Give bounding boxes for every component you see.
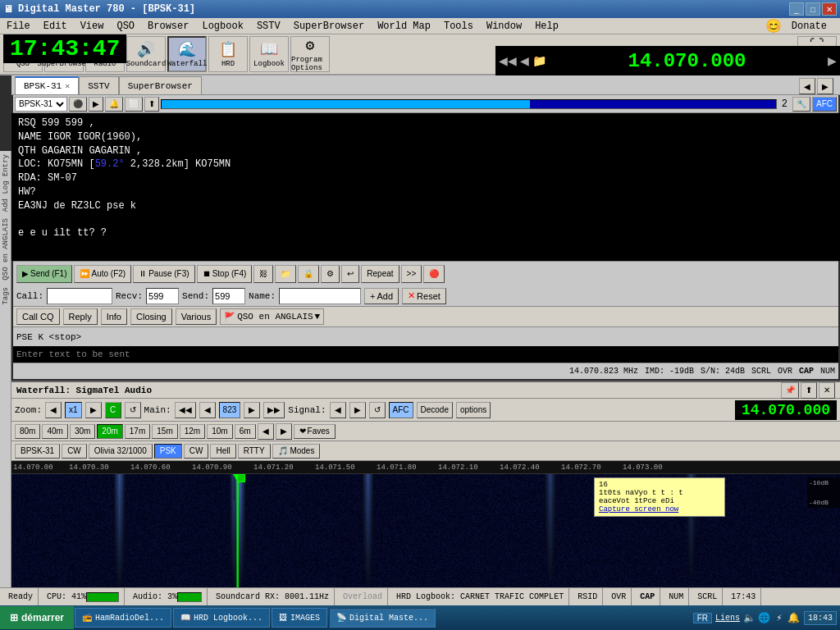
- decode-btn[interactable]: Decode: [417, 402, 453, 418]
- wf-pin-btn[interactable]: 📌: [781, 382, 799, 399]
- band-prev-btn[interactable]: ◀: [258, 423, 274, 440]
- start-button[interactable]: ⊞ démarrer: [0, 606, 74, 629]
- band-12m[interactable]: 12m: [180, 424, 205, 439]
- menu-superbrowser[interactable]: SuperBrowser: [287, 19, 371, 34]
- send-area[interactable]: Enter text to be sent: [13, 346, 838, 363]
- taskbar-item-0[interactable]: 📻 HamRadioDel...: [75, 608, 171, 628]
- maximize-btn[interactable]: □: [806, 2, 820, 16]
- send-input[interactable]: [212, 288, 245, 304]
- signal-right-btn[interactable]: ▶: [349, 402, 366, 418]
- refresh-btn[interactable]: ↩: [341, 265, 359, 283]
- inner-wrench-btn[interactable]: 🔧: [792, 97, 810, 112]
- qso-dropdown[interactable]: 🚩 QSO en ANGLAIS ▼: [220, 308, 324, 325]
- afc-wf-btn[interactable]: AFC: [389, 402, 413, 418]
- pause-btn[interactable]: ⏸ Pause (F3): [133, 265, 194, 283]
- tooltip-action[interactable]: Capture screen now: [599, 505, 720, 514]
- band-10m[interactable]: 10m: [207, 424, 232, 439]
- main-back-btn[interactable]: ◀: [199, 402, 216, 418]
- info-btn[interactable]: Info: [101, 308, 127, 325]
- inner-export-btn[interactable]: ⬆: [144, 97, 159, 112]
- inner-window-btn[interactable]: ⬜: [125, 97, 143, 112]
- waterfall-toolbar-btn[interactable]: 🌊 Waterfall: [167, 36, 207, 72]
- auto-btn[interactable]: ⏩ Auto (F2): [74, 265, 131, 283]
- band-17m[interactable]: 17m: [125, 424, 150, 439]
- minimize-btn[interactable]: _: [789, 2, 804, 16]
- expand-btn[interactable]: >>: [401, 265, 422, 283]
- options-btn[interactable]: options: [456, 402, 491, 418]
- record-btn[interactable]: 🔴: [423, 265, 445, 283]
- signal-left-btn[interactable]: ◀: [330, 402, 346, 418]
- menu-sstv[interactable]: SSTV: [250, 19, 287, 34]
- wf-close-btn[interactable]: ✕: [819, 382, 835, 399]
- band-40m[interactable]: 40m: [42, 424, 67, 439]
- inner-rec-btn[interactable]: ⚫: [69, 97, 87, 112]
- mode-cw2[interactable]: CW: [184, 444, 209, 459]
- call-input[interactable]: [47, 288, 112, 304]
- name-input[interactable]: [279, 288, 361, 304]
- afc-inner-btn[interactable]: AFC: [812, 97, 837, 112]
- lang-btn[interactable]: FR: [693, 613, 712, 623]
- main-ffwd-btn[interactable]: ▶▶: [263, 402, 285, 418]
- menu-tools[interactable]: Tools: [437, 19, 480, 34]
- band-next-btn[interactable]: ▶: [276, 423, 292, 440]
- closing-btn[interactable]: Closing: [130, 308, 172, 325]
- zoom-c-btn[interactable]: C: [105, 402, 121, 418]
- freq-prev-btn[interactable]: ◀◀: [499, 54, 517, 67]
- mode-modes[interactable]: 🎵 Modes: [272, 444, 321, 459]
- zoom-reset-btn[interactable]: ↺: [125, 402, 141, 418]
- add-btn[interactable]: + Add: [364, 288, 399, 304]
- call-cq-btn[interactable]: Call CQ: [16, 308, 60, 325]
- wf-float-btn[interactable]: ⬆: [801, 382, 817, 399]
- various-btn[interactable]: Various: [176, 308, 217, 325]
- freq-forward-btn[interactable]: ▶: [828, 54, 837, 67]
- taskbar-item-2[interactable]: 🖼 IMAGES: [272, 608, 327, 628]
- mode-cw[interactable]: CW: [62, 444, 87, 459]
- band-20m[interactable]: 20m: [97, 424, 122, 439]
- mode-psk[interactable]: PSK: [154, 444, 182, 459]
- tab-superbrowser[interactable]: SuperBrowser: [119, 76, 202, 94]
- freq-folder-btn[interactable]: 📁: [532, 54, 546, 67]
- menu-help[interactable]: Help: [528, 19, 565, 34]
- main-left-btn[interactable]: ◀◀: [175, 402, 196, 418]
- reset-btn[interactable]: ✕ Reset: [402, 288, 446, 304]
- tab-scroll-left[interactable]: ◀: [799, 78, 815, 94]
- menu-view[interactable]: View: [74, 19, 111, 34]
- close-btn[interactable]: ✕: [822, 2, 837, 16]
- band-6m[interactable]: 6m: [235, 424, 256, 439]
- hrd-toolbar-btn[interactable]: 📋 HRD: [208, 36, 248, 72]
- inner-bell-btn[interactable]: 🔔: [105, 97, 123, 112]
- zoom-right-btn[interactable]: ▶: [85, 402, 102, 418]
- lock-btn[interactable]: 🔒: [298, 265, 319, 283]
- send-btn[interactable]: ▶ Send (F1): [16, 265, 72, 283]
- mode-hell[interactable]: Hell: [210, 444, 235, 459]
- main-forward-btn[interactable]: ▶: [244, 402, 260, 418]
- taskbar-item-3[interactable]: 📡 Digital Maste...: [329, 608, 436, 628]
- mode-rtty[interactable]: RTTY: [238, 444, 271, 459]
- band-15m[interactable]: 15m: [152, 424, 177, 439]
- mode-bpsk31[interactable]: BPSK-31: [15, 444, 60, 459]
- menu-worldmap[interactable]: World Map: [371, 19, 437, 34]
- donate-btn[interactable]: Donate: [785, 19, 833, 34]
- taskbar-item-1[interactable]: 📖 HRD Logbook...: [173, 608, 270, 628]
- inner-play-btn[interactable]: ▶: [89, 97, 103, 112]
- mode-select[interactable]: BPSK-31: [15, 97, 67, 112]
- tab-bpsk31-close[interactable]: ✕: [65, 81, 70, 91]
- faves-btn[interactable]: ❤ Faves: [294, 424, 336, 439]
- recv-input[interactable]: [146, 288, 179, 304]
- menu-qso[interactable]: QSO: [110, 19, 141, 34]
- settings-btn[interactable]: ⚙: [321, 265, 340, 283]
- reply-btn[interactable]: Reply: [63, 308, 98, 325]
- band-30m[interactable]: 30m: [70, 424, 95, 439]
- menu-logbook[interactable]: Logbook: [195, 19, 249, 34]
- tab-scroll-right[interactable]: ▶: [817, 78, 833, 94]
- waterfall-canvas[interactable]: 14.070.00 14.070.30 14.070.60 14.070.90 …: [11, 461, 840, 605]
- menu-file[interactable]: File: [0, 19, 37, 34]
- mode-olivia[interactable]: Olivia 32/1000: [89, 444, 153, 459]
- chain-btn[interactable]: ⛓: [253, 265, 273, 283]
- logbook-toolbar-btn[interactable]: 📖 Logbook: [249, 36, 289, 72]
- zoom-value-btn[interactable]: x1: [65, 402, 82, 418]
- repeat-btn[interactable]: Repeat: [361, 265, 399, 283]
- band-80m[interactable]: 80m: [15, 424, 40, 439]
- program-options-toolbar-btn[interactable]: ⚙️ Program Options: [290, 36, 330, 72]
- menu-edit[interactable]: Edit: [37, 19, 74, 34]
